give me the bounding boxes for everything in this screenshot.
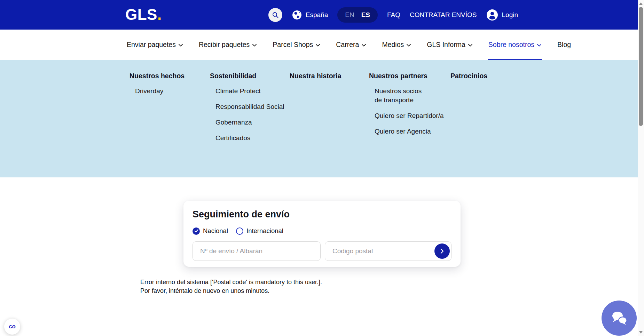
nav-item-carrera[interactable]: Carrera [336,30,366,60]
country-selector[interactable]: España [292,10,328,20]
nav-label: GLS Informa [427,41,465,49]
top-header: GLS. España EN [0,0,638,30]
nav-item-blog[interactable]: Blog [557,30,571,60]
logo-text: GLS [125,6,157,23]
track-submit-button[interactable] [434,243,450,259]
radio-label: Nacional [203,227,228,235]
vertical-scrollbar[interactable] [638,0,644,336]
shipment-number-input[interactable] [193,241,321,261]
nav-item-gls-informa[interactable]: GLS Informa [427,30,472,60]
radio-label: Internacional [246,227,283,235]
error-message: Error interno del sistema ['Postal code'… [140,278,322,295]
megamenu-column-title[interactable]: Patrocinios [450,72,487,80]
chat-widget-button[interactable] [602,301,637,336]
megamenu-column-title[interactable]: Nuestros partners [369,72,444,80]
postal-code-input[interactable] [325,241,451,261]
megamenu-item-gobernanza[interactable]: Gobernanza [215,118,284,127]
megamenu-column-nuestros-partners: Nuestros partners Nuestros socios de tra… [369,72,444,136]
megamenu-column-title[interactable]: Sostenibilidad [210,72,284,80]
lang-option-es[interactable]: ES [361,11,370,19]
megamenu-item-quiero-ser-repartidor[interactable]: Quiero ser Repartidor/a [375,111,444,120]
login-button[interactable]: Login [486,9,518,21]
arrow-right-icon [439,248,445,254]
accessibility-widget-button[interactable]: co [4,319,20,335]
megamenu-column-title[interactable]: Nuestra historia [290,72,341,80]
tracking-inputs [193,241,451,261]
radio-unchecked-icon [236,227,243,235]
megamenu-column-nuestros-hechos: Nuestros hechos Driverday [129,72,184,96]
page: GLS. España EN [0,0,638,336]
gls-logo[interactable]: GLS. [125,6,162,23]
chevron-down-icon [316,44,320,47]
nav-item-recibir-paquetes[interactable]: Recibir paquetes [199,30,257,60]
lang-option-en[interactable]: EN [345,11,354,19]
tracking-card: Seguimiento de envío Nacional Internacio… [183,201,461,267]
login-label: Login [502,11,518,19]
radio-internacional[interactable]: Internacional [236,227,283,235]
megamenu-item-quiero-ser-agencia[interactable]: Quiero ser Agencia [375,127,444,136]
megamenu-item-socios-transporte[interactable]: Nuestros socios de transporte [375,87,430,105]
megamenu-item-climate-protect[interactable]: Climate Protect [215,87,284,96]
chat-bubbles-icon [611,311,628,326]
megamenu-item-driverday[interactable]: Driverday [135,87,184,96]
tracking-scope-options: Nacional Internacional [193,227,451,235]
scrollbar-thumb[interactable] [639,7,643,126]
nav-label: Parcel Shops [273,41,313,49]
search-icon [272,11,279,18]
chevron-down-icon [407,44,411,47]
nav-label: Sobre nosotros [488,41,534,49]
nav-item-medios[interactable]: Medios [382,30,411,60]
sobre-nosotros-megamenu: Nuestros hechos Driverday Sostenibilidad… [0,60,638,177]
nav-item-sobre-nosotros[interactable]: Sobre nosotros [488,30,541,60]
main-nav: Enviar paquetes Recibir paquetes Parcel … [0,30,638,60]
tracking-title: Seguimiento de envío [193,209,451,220]
scrollbar-down-arrow-icon[interactable] [639,331,643,334]
megamenu-item-responsabilidad-social[interactable]: Responsabilidad Social [215,102,284,111]
scrollbar-up-arrow-icon[interactable] [639,2,643,5]
postal-code-wrap [325,241,451,261]
error-line-2: Por favor, inténtalo de nuevo en unos mi… [140,287,322,295]
radio-nacional[interactable]: Nacional [193,227,228,235]
accessibility-icon: co [9,323,16,330]
megamenu-column-patrocinios: Patrocinios [450,72,487,80]
nav-label: Carrera [336,41,359,49]
nav-label: Medios [382,41,404,49]
language-switcher: EN ES [337,7,378,23]
nav-label: Recibir paquetes [199,41,250,49]
megamenu-item-certificados[interactable]: Certificados [215,134,284,143]
logo-dot: . [157,6,162,23]
nav-label: Enviar paquetes [127,41,176,49]
megamenu-column-sostenibilidad: Sostenibilidad Climate Protect Responsab… [210,72,284,143]
user-avatar-icon [486,9,498,21]
chevron-down-icon [362,44,366,47]
globe-icon [292,10,302,20]
country-label: España [306,11,328,19]
faq-link[interactable]: FAQ [387,11,400,19]
megamenu-column-nuestra-historia: Nuestra historia [290,72,341,80]
nav-item-enviar-paquetes[interactable]: Enviar paquetes [127,30,183,60]
header-actions: España EN ES FAQ CONTRATAR ENVÍOS Login [268,0,518,30]
nav-item-parcel-shops[interactable]: Parcel Shops [273,30,320,60]
nav-label: Blog [557,41,571,49]
chevron-down-icon [537,44,541,47]
search-button[interactable] [268,8,282,22]
contratar-envios-link[interactable]: CONTRATAR ENVÍOS [410,11,477,19]
error-line-1: Error interno del sistema ['Postal code'… [140,278,322,287]
megamenu-column-title[interactable]: Nuestros hechos [129,72,184,80]
radio-checked-icon [193,227,200,235]
chevron-down-icon [252,44,257,47]
chevron-down-icon [179,44,183,47]
chevron-down-icon [468,44,472,47]
nav-items: Enviar paquetes Recibir paquetes Parcel … [127,30,571,60]
